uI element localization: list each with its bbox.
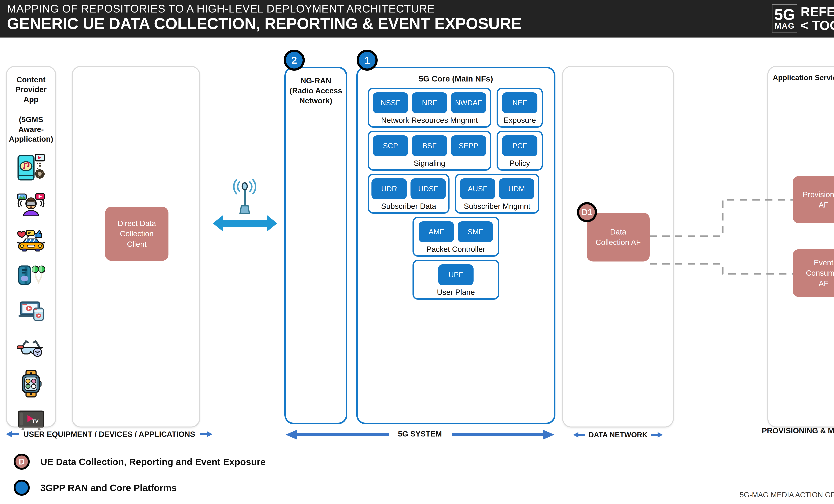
provisioning-footer-label: PROVISIONING & MANAGEMENT: [767, 426, 834, 436]
nf-chip: UPF: [438, 264, 474, 285]
header-kicker: MAPPING OF REPOSITORIES TO A HIGH-LEVEL …: [7, 2, 435, 15]
nf-chip: UDSF: [411, 178, 446, 199]
badge-d1: D1: [577, 202, 597, 222]
event-consumer-af-box: Event Consumer AF: [793, 249, 834, 297]
connected-car-icon: [17, 225, 45, 254]
vr-user-icon: [17, 189, 45, 218]
group-label: User Plane: [437, 288, 475, 297]
header-bar: MAPPING OF REPOSITORIES TO A HIGH-LEVEL …: [0, 0, 834, 38]
legend-d-circle: D: [14, 454, 30, 469]
laptop-streaming-icon: [17, 297, 45, 326]
nf-chip: NSSF: [373, 92, 408, 113]
legend-d-text: UE Data Collection, Reporting and Event …: [40, 456, 266, 467]
page-title: GENERIC UE DATA COLLECTION, REPORTING & …: [7, 15, 522, 33]
nf-chip: SEPP: [451, 135, 486, 156]
system-label-text: 5G SYSTEM: [398, 429, 442, 438]
nf-chip: UDM: [499, 178, 534, 199]
smartwatch-icon: [17, 369, 45, 398]
core-column: 5G Core (Main NFs) NSSF NRF NWDAF Networ…: [356, 67, 555, 424]
legend-item-data-collection: D UE Data Collection, Reporting and Even…: [14, 454, 266, 469]
logo-mark-top: 5G: [774, 7, 795, 22]
core-title: 5G Core (Main NFs): [368, 74, 544, 83]
badge-2: 2: [284, 50, 305, 71]
group-policy: PCF Policy: [497, 131, 543, 171]
diagram-canvas: MAPPING OF REPOSITORIES TO A HIGH-LEVEL …: [0, 0, 834, 504]
nf-chip: BSF: [412, 135, 447, 156]
ue-label-text: USER EQUIPMENT / DEVICES / APPLICATIONS: [23, 430, 195, 439]
group-exposure: NEF Exposure: [497, 88, 543, 128]
system-footer-label: 5G SYSTEM: [284, 429, 555, 438]
logo-mark-bottom: MAG: [775, 22, 795, 30]
provisioning-label-text: PROVISIONING & MANAGEMENT: [762, 426, 834, 436]
nf-chip: UDR: [371, 178, 407, 199]
nf-chip: SMF: [458, 221, 493, 242]
group-label: Signaling: [414, 159, 445, 168]
arrow-left-icon: [573, 431, 585, 438]
group-label: Subscriber Data: [381, 202, 436, 211]
logo-brand-text: REFERENCE < TOOLS />: [800, 4, 834, 33]
data-collection-af-box: Data Collection AF: [587, 213, 650, 261]
tv-glyph: TV: [32, 418, 38, 424]
data-network-footer-label: DATA NETWORK: [562, 431, 674, 439]
data-network-label-text: DATA NETWORK: [589, 431, 648, 439]
group-label: Policy: [510, 159, 530, 168]
copyright-text: 5G-MAG MEDIA ACTION GROUP © 2025: [740, 491, 834, 499]
group-packet-controller: AMF SMF Packet Controller: [413, 217, 499, 257]
asp-column: Application Service Provider: [767, 66, 834, 428]
media-app-icon: [17, 153, 45, 182]
core-groups: NSSF NRF NWDAF Network Resources Mngmnt …: [368, 88, 544, 300]
asp-title: Application Service Provider: [768, 73, 834, 82]
group-label: Packet Controller: [426, 245, 485, 254]
group-subscriber-data: UDR UDSF Subscriber Data: [368, 174, 449, 214]
nf-chip: PCF: [502, 135, 537, 156]
nf-chip: NWDAF: [451, 92, 486, 113]
ngran-title: NG-RAN (Radio Access Network): [286, 76, 346, 106]
nf-chip: AUSF: [460, 178, 495, 199]
ngran-column: NG-RAN (Radio Access Network): [284, 67, 347, 424]
group-label: Network Resources Mngmnt: [381, 116, 478, 125]
ue-footer-label: USER EQUIPMENT / DEVICES / APPLICATIONS: [3, 430, 215, 439]
earbuds-icon: [17, 261, 45, 290]
content-provider-title: Content Provider App: [7, 75, 55, 104]
nf-chip: AMF: [419, 221, 454, 242]
direct-data-collection-client-box: Direct Data Collection Client: [105, 207, 169, 261]
legend-3gpp-text: 3GPP RAN and Core Platforms: [40, 482, 177, 493]
antenna-icon: [234, 180, 256, 213]
group-user-plane: UPF User Plane: [413, 260, 499, 300]
nf-chip: SCP: [373, 135, 408, 156]
group-network-resources: NSSF NRF NWDAF Network Resources Mngmnt: [368, 88, 491, 128]
arrow-left-icon: [6, 431, 19, 438]
group-label: Subscriber Mngmnt: [464, 202, 530, 211]
group-signaling: SCP BSF SEPP Signaling: [368, 131, 491, 171]
5gmag-logo: 5G MAG: [772, 4, 797, 33]
legend-item-3gpp: 3GPP RAN and Core Platforms: [14, 480, 177, 496]
logo-line-2: < TOOLS />: [800, 19, 834, 32]
radio-link-arrow: [213, 215, 277, 232]
smart-glasses-icon: [17, 333, 45, 362]
content-provider-column: Content Provider App (5GMS Aware- Applic…: [6, 66, 56, 428]
nf-chip: NEF: [502, 92, 537, 113]
arrow-right-icon: [200, 431, 213, 438]
content-provider-subtitle: (5GMS Aware- Application): [7, 115, 55, 144]
provisioning-af-box: Provisioning AF: [793, 176, 834, 223]
group-subscriber-mngmnt: AUSF UDM Subscriber Mngmnt: [455, 174, 539, 214]
logo-line-1: REFERENCE: [800, 5, 834, 19]
badge-1: 1: [357, 50, 378, 71]
nf-chip: NRF: [412, 92, 447, 113]
arrow-right-icon: [651, 431, 663, 438]
legend-blue-circle: [14, 480, 30, 496]
device-icon-stack: TV: [7, 153, 55, 434]
group-label: Exposure: [504, 116, 536, 125]
